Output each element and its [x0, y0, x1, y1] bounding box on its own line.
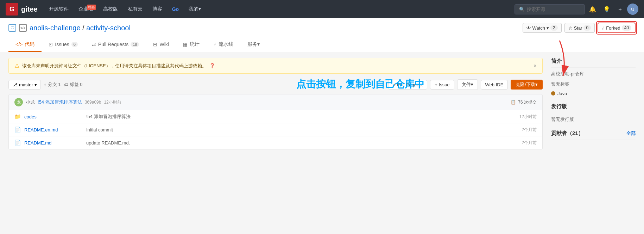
license-warning: ⚠ 该仓库未声明开源许可证文件（LICENSE），使用请关注具体项目描述及其代码…	[8, 58, 543, 74]
light-bulb-icon[interactable]: 💡	[600, 4, 613, 15]
repo-org-link[interactable]: anolis-challenge	[30, 24, 81, 32]
add-icon[interactable]: ＋	[614, 4, 626, 15]
file-name[interactable]: codes	[24, 114, 81, 119]
branch-icon: ⎇	[12, 82, 18, 87]
branch-count[interactable]: ⑃ 分支 1	[44, 81, 61, 88]
pr-tab-icon: ⇄	[92, 42, 96, 47]
sidebar-no-tags: 暂无标签	[551, 81, 636, 88]
tab-code[interactable]: </> 代码	[8, 38, 42, 52]
table-row: 📄 README.en.md Initial commit 2个月前	[9, 123, 542, 136]
forked-wrapper: ⑃ Forked 40	[598, 23, 636, 33]
nav-university[interactable]: 高校版	[99, 4, 122, 14]
commit-count[interactable]: 76 次提交	[518, 99, 537, 105]
wiki-tab-icon: ⊟	[153, 42, 157, 47]
tab-services[interactable]: 服务▾	[240, 38, 267, 52]
commit-message[interactable]: !54 添加冒泡排序算法	[38, 99, 82, 105]
folder-icon: 📁	[14, 113, 21, 120]
table-row: 📄 README.md update README.md. 2个月前	[9, 136, 542, 149]
nav-go[interactable]: Go	[168, 4, 183, 14]
file-name[interactable]: README.en.md	[24, 127, 81, 133]
star-count: 0	[583, 25, 591, 31]
issue-button[interactable]: + Issue	[430, 80, 454, 90]
repo-tabs: </> 代码 ⊡ Issues 0 ⇄ Pull Requests 18 ⊟ W…	[8, 37, 636, 52]
language-name: Java	[557, 91, 567, 96]
commit-time: 12小时前	[104, 99, 121, 105]
forked-button[interactable]: ⑃ Forked 40	[598, 23, 636, 33]
webide-button[interactable]: Web IDE	[481, 80, 508, 90]
file-icon: 📄	[14, 140, 21, 146]
file-commit-msg: update README.md.	[81, 140, 509, 146]
table-row: 📁 codes !54 添加冒泡排序算法 12小时前	[9, 110, 542, 123]
nav-opensource[interactable]: 开源软件	[45, 4, 73, 14]
file-time: 12小时前	[509, 114, 537, 120]
contributors-all-link[interactable]: 全部	[626, 130, 636, 137]
search-input[interactable]	[527, 7, 580, 12]
tags-count[interactable]: 🏷 标签 0	[64, 81, 83, 88]
logo-icon: G	[6, 3, 18, 16]
brand-name: gitee	[21, 5, 38, 13]
stats-tab-icon: ▦	[183, 42, 188, 47]
commit-author: 小龙	[26, 99, 35, 105]
repo-title-row: 🛡 </> anolis-challenge / activity-school…	[8, 23, 636, 37]
file-name[interactable]: README.md	[24, 140, 81, 146]
repo-actions: 👁 Watch ▾ 2 ☆ Star 0 ⑃ Forked 40	[523, 23, 636, 33]
tab-pullrequests[interactable]: ⇄ Pull Requests 18	[85, 38, 146, 52]
repo-name-link[interactable]: activity-school	[86, 24, 131, 32]
watch-button[interactable]: 👁 Watch ▾ 2	[523, 23, 562, 33]
tab-wiki[interactable]: ⊟ Wiki	[146, 38, 176, 52]
file-icon: 📄	[14, 127, 21, 133]
branches-icon: ⑃	[44, 82, 46, 87]
code-tab-icon: </>	[15, 42, 23, 47]
main-content: ⚠ 该仓库未声明开源许可证文件（LICENSE），使用请关注具体项目描述及其代码…	[0, 52, 644, 155]
tab-pipeline[interactable]: ⑃ 流水线	[207, 38, 240, 52]
warning-text: 该仓库未声明开源许可证文件（LICENSE），使用请关注具体项目描述及其代码上游…	[22, 63, 207, 69]
close-icon[interactable]: ×	[533, 63, 537, 69]
search-bar[interactable]: 🔍	[514, 4, 585, 14]
sidebar-contributors: 贡献者（21） 全部	[551, 130, 636, 140]
file-time: 2个月前	[509, 127, 537, 133]
nav-enterprise[interactable]: 企业版 特惠	[74, 4, 97, 14]
repo-header: 🛡 </> anolis-challenge / activity-school…	[0, 18, 644, 52]
sidebar-intro-title: 简介	[551, 58, 636, 68]
sidebar-language: Java	[551, 91, 636, 96]
nav-mine[interactable]: 我的▾	[184, 4, 205, 14]
sidebar-release-title: 发行版	[551, 103, 636, 113]
fork-count: 40	[622, 25, 631, 31]
fork-icon: ⑃	[602, 25, 605, 31]
tab-issues[interactable]: ⊡ Issues 0	[42, 38, 85, 52]
file-commit-msg: !54 添加冒泡排序算法	[81, 113, 509, 120]
commit-row: 龙 小龙 !54 添加冒泡排序算法 369a09b 12小时前 📋 76 次提交	[8, 94, 543, 110]
sidebar-intro: 简介 高校活动-pr仓库 暂无标签 Java	[551, 58, 636, 96]
language-dot	[551, 91, 555, 96]
notification-icon[interactable]: 🔔	[586, 4, 599, 15]
star-button[interactable]: ☆ Star 0	[564, 23, 595, 33]
branch-bar: ⎇ master ▾ ⑃ 分支 1 🏷 标签 0 + Pull Request …	[8, 79, 543, 90]
nav-blog[interactable]: 博客	[148, 4, 166, 14]
file-button[interactable]: 文件▾	[457, 79, 478, 90]
tab-stats[interactable]: ▦ 统计	[176, 38, 207, 52]
branch-selector[interactable]: ⎇ master ▾	[8, 80, 41, 90]
logo[interactable]: G gitee	[6, 3, 38, 16]
help-icon[interactable]: ❓	[209, 63, 215, 68]
nav-privatecloud[interactable]: 私有云	[124, 4, 147, 14]
sidebar-intro-desc: 高校活动-pr仓库	[551, 70, 636, 78]
star-icon: ☆	[568, 25, 573, 31]
file-commit-msg: Initial commit	[81, 127, 509, 133]
contributors-title: 贡献者（21）	[551, 130, 583, 137]
clone-button[interactable]: 克隆/下载▾	[511, 80, 543, 90]
main-left: ⚠ 该仓库未声明开源许可证文件（LICENSE），使用请关注具体项目描述及其代码…	[8, 58, 543, 149]
warning-icon: ⚠	[14, 62, 19, 69]
sidebar-releases: 发行版 暂无发行版	[551, 103, 636, 123]
issues-tab-icon: ⊡	[49, 42, 53, 47]
pr-badge: 18	[131, 42, 139, 47]
sidebar-no-release: 暂无发行版	[551, 116, 636, 123]
pull-request-button[interactable]: + Pull Request	[388, 80, 427, 90]
code-icon: </>	[19, 24, 27, 32]
eye-icon: 👁	[526, 25, 531, 31]
watch-count: 2	[550, 25, 558, 31]
repo-title: 🛡 </> anolis-challenge / activity-school	[8, 24, 131, 32]
commit-hash[interactable]: 369a09b	[85, 100, 101, 105]
issues-badge: 0	[71, 42, 78, 47]
user-avatar[interactable]: U	[627, 4, 638, 15]
file-table: 📁 codes !54 添加冒泡排序算法 12小时前 📄 README.en.m…	[8, 110, 543, 149]
